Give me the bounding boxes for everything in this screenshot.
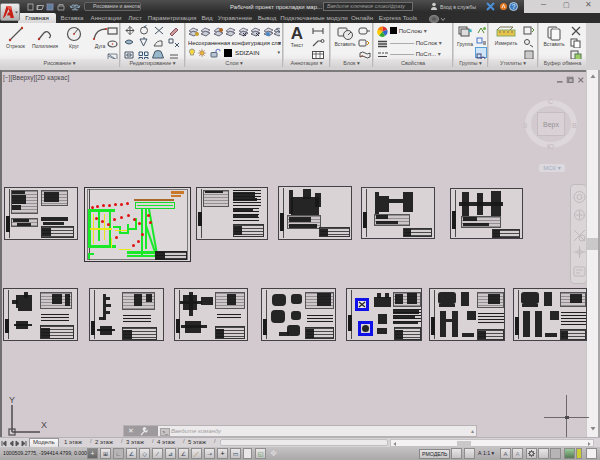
svg-text:?: ? [512, 3, 516, 10]
svg-text:X: X [41, 420, 47, 430]
svg-text:Y: Y [9, 397, 15, 405]
